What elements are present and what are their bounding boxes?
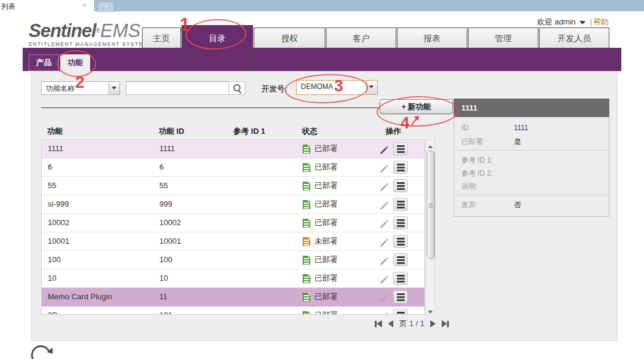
tab-admin[interactable]: 管理: [468, 27, 538, 50]
menu-icon[interactable]: [393, 179, 408, 192]
status-cell: 已部署: [303, 288, 338, 306]
status-cell: 已部署: [303, 195, 338, 213]
feature-id: 11: [159, 288, 168, 306]
developer-id-select[interactable]: DEMOMA: [296, 80, 378, 95]
scrollbar-thumb[interactable]: [427, 151, 435, 259]
dropdown-button[interactable]: [366, 81, 377, 94]
status-deployed-icon: [303, 256, 310, 265]
status-deployed-icon: [303, 145, 310, 154]
scroll-up-icon[interactable]: [426, 140, 435, 149]
table-row[interactable]: sl-999999已部署: [42, 195, 424, 214]
help-link[interactable]: 帮助: [593, 17, 609, 26]
edit-icon[interactable]: [379, 237, 389, 246]
col-feature-id: 功能 ID: [159, 126, 184, 137]
detail-field-label: 说明:: [461, 182, 477, 192]
feature-id: 6: [159, 158, 164, 176]
table-row[interactable]: 1000110001未部署: [42, 232, 424, 251]
edit-icon[interactable]: [379, 292, 389, 302]
table-row[interactable]: Memo Card Plugin11已部署: [42, 288, 424, 306]
first-page-icon[interactable]: [375, 320, 382, 327]
status-cell: 已部署: [303, 140, 338, 158]
table-row[interactable]: 5555已部署: [42, 177, 424, 195]
feature-name: 6: [48, 158, 52, 176]
table-row[interactable]: 1000210002已部署: [42, 214, 424, 232]
menu-icon[interactable]: [393, 309, 408, 315]
actions-cell: [379, 288, 424, 306]
page-label: 页: [399, 319, 407, 328]
edit-icon[interactable]: [379, 274, 389, 283]
detail-divider: [455, 195, 608, 195]
tab-catalog[interactable]: 目录: [181, 25, 253, 71]
subtab-features[interactable]: 功能: [60, 54, 90, 71]
menu-icon[interactable]: [393, 290, 408, 303]
user-menu-caret-icon[interactable]: [580, 21, 586, 24]
dropdown-button[interactable]: [109, 82, 119, 94]
subtab-products[interactable]: 产品: [29, 54, 59, 71]
table-row[interactable]: 100100已部署: [42, 251, 424, 269]
status-cell: 已部署: [303, 214, 338, 232]
tab-entitlements[interactable]: 授权: [254, 27, 325, 50]
search-field-select[interactable]: 功能名称: [41, 81, 120, 95]
developer-id-value: DEMOMA: [301, 82, 333, 91]
detail-field-value: 1111: [514, 124, 528, 132]
subnav-band: [23, 48, 621, 71]
separator: |: [590, 17, 592, 26]
detail-panel-title: 1111: [454, 99, 609, 117]
next-page-icon[interactable]: [430, 320, 436, 327]
search-icon: [233, 84, 241, 91]
browser-tab-title: 列表: [1, 2, 16, 12]
status-deployed-icon: [303, 219, 310, 228]
status-deployed-icon: [303, 163, 310, 172]
menu-icon[interactable]: [393, 272, 408, 285]
table-row[interactable]: 66已部署: [42, 158, 424, 177]
close-icon[interactable]: ×: [82, 1, 87, 10]
search-input[interactable]: [126, 81, 229, 95]
tab-customers[interactable]: 客户: [326, 27, 396, 50]
table-row[interactable]: 3D101已部署: [42, 306, 424, 315]
status-deployed-icon: [303, 182, 310, 191]
menu-icon[interactable]: [393, 161, 408, 174]
menu-icon[interactable]: [393, 142, 408, 155]
welcome-label[interactable]: 欢迎 admin: [537, 17, 576, 26]
edit-icon[interactable]: [379, 162, 389, 172]
col-feature: 功能: [47, 126, 63, 137]
table-scrollbar[interactable]: [426, 139, 435, 315]
feature-id: 101: [159, 306, 172, 315]
scroll-down-icon[interactable]: [426, 305, 435, 314]
menu-icon[interactable]: [393, 216, 408, 229]
logo: Sentinel®EMS ENTITLEMENT MANAGEMENT SYST…: [29, 22, 148, 47]
plus-icon: +: [402, 103, 406, 111]
feature-id: 999: [159, 195, 172, 213]
detail-field-label: 已部署:: [461, 137, 485, 147]
status-undeployed-icon: [303, 237, 310, 246]
logo-subtitle: ENTITLEMENT MANAGEMENT SYSTEM: [29, 41, 148, 47]
tab-developers[interactable]: 开发人员: [539, 27, 609, 50]
menu-icon[interactable]: [393, 235, 408, 248]
menu-icon[interactable]: [393, 253, 408, 266]
detail-field-label: ID:: [461, 124, 470, 132]
feature-name: Memo Card Plugin: [48, 288, 112, 306]
logo-registered-mark: ®: [96, 27, 100, 34]
edit-icon[interactable]: [379, 311, 389, 315]
new-feature-button[interactable]: +新功能: [380, 99, 453, 114]
new-tab-button[interactable]: +: [97, 1, 115, 12]
edit-icon[interactable]: [379, 144, 389, 154]
tab-reports[interactable]: 报表: [397, 27, 467, 50]
browser-tab[interactable]: 列表 ×: [0, 0, 95, 11]
table-row[interactable]: 1010已部署: [42, 269, 424, 288]
edit-icon[interactable]: [379, 218, 389, 228]
col-actions: 操作: [386, 126, 401, 137]
search-button[interactable]: [229, 81, 245, 95]
edit-icon[interactable]: [379, 200, 389, 209]
edit-icon[interactable]: [379, 255, 389, 265]
last-page-icon[interactable]: [442, 320, 449, 327]
status-cell: 已部署: [303, 306, 338, 315]
table-row[interactable]: 11111111已部署: [42, 140, 424, 158]
actions-cell: [379, 232, 424, 250]
edit-icon[interactable]: [379, 181, 389, 191]
prev-page-icon[interactable]: [388, 320, 393, 327]
actions-cell: [379, 269, 424, 287]
tab-home[interactable]: 主页: [142, 27, 181, 50]
status-label: 已部署: [315, 140, 338, 158]
menu-icon[interactable]: [393, 198, 408, 211]
